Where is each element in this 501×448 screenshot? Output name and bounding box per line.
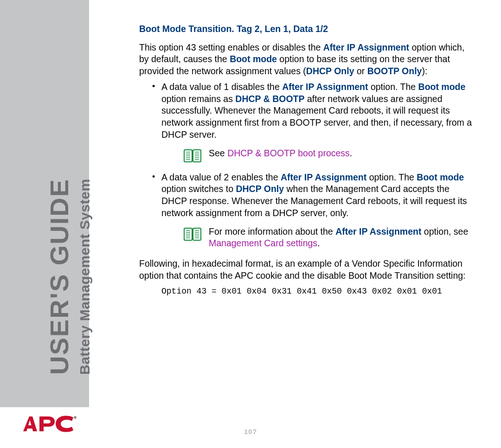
- bold-term: After IP Assignment: [281, 172, 366, 182]
- code-example: Option 43 = 0x01 0x04 0x31 0x41 0x50 0x4…: [161, 286, 473, 297]
- list-item: A data value of 1 disables the After IP …: [148, 81, 473, 163]
- bold-term: Boot mode: [417, 172, 464, 182]
- page-number: 107: [0, 428, 501, 435]
- text: A data value of 2 enables the: [161, 172, 281, 182]
- sidebar: USER'S GUIDE Battery Management System: [0, 0, 89, 448]
- bold-term: After IP Assignment: [282, 82, 368, 92]
- text: option. The: [366, 172, 417, 182]
- sidebar-title-main: USER'S GUIDE: [46, 179, 72, 375]
- bold-term: DHCP Only: [236, 184, 284, 194]
- reference-note: For more information about the After IP …: [184, 226, 473, 250]
- note-text: For more information about the After IP …: [209, 226, 473, 250]
- text: or: [354, 66, 367, 76]
- bold-term: DHCP Only: [306, 66, 354, 76]
- page: USER'S GUIDE Battery Management System R…: [0, 0, 501, 448]
- text: option remains as: [161, 94, 235, 104]
- bold-term: Boot mode: [418, 82, 466, 92]
- note-text: See DHCP & BOOTP boot process.: [209, 147, 473, 160]
- closing-paragraph: Following, in hexadecimal format, is an …: [139, 258, 473, 282]
- text: .: [317, 238, 320, 248]
- book-icon: [184, 227, 201, 242]
- text: This option 43 setting enables or disabl…: [139, 42, 323, 52]
- bold-term: DHCP & BOOTP: [235, 94, 304, 104]
- cross-reference-link[interactable]: Management Card settings: [209, 238, 317, 248]
- intro-paragraph: This option 43 setting enables or disabl…: [139, 42, 473, 77]
- text: See: [209, 148, 227, 158]
- section-heading: Boot Mode Transition. Tag 2, Len 1, Data…: [139, 23, 473, 35]
- bold-term: Boot mode: [230, 54, 277, 64]
- text: .: [350, 148, 352, 158]
- text: option. The: [368, 82, 418, 92]
- book-icon: [184, 148, 201, 163]
- text: option switches to: [161, 184, 236, 194]
- bullet-list: A data value of 1 disables the After IP …: [139, 81, 473, 250]
- bold-term: After IP Assignment: [335, 226, 421, 237]
- text: A data value of 1 disables the: [161, 82, 282, 92]
- bold-term: BOOTP Only: [367, 66, 422, 76]
- cross-reference-link[interactable]: DHCP & BOOTP boot process: [227, 148, 350, 158]
- bold-term: After IP Assignment: [323, 42, 409, 52]
- text: For more information about the: [209, 226, 335, 237]
- text: ):: [422, 66, 427, 76]
- list-item: A data value of 2 enables the After IP A…: [148, 172, 473, 250]
- sidebar-title-sub: Battery Management System: [77, 179, 93, 375]
- svg-text:R: R: [75, 417, 76, 419]
- text: option, see: [421, 226, 468, 237]
- reference-note: See DHCP & BOOTP boot process.: [184, 147, 473, 163]
- sidebar-titles: USER'S GUIDE Battery Management System: [0, 102, 89, 380]
- main-content: Boot Mode Transition. Tag 2, Len 1, Data…: [139, 23, 473, 297]
